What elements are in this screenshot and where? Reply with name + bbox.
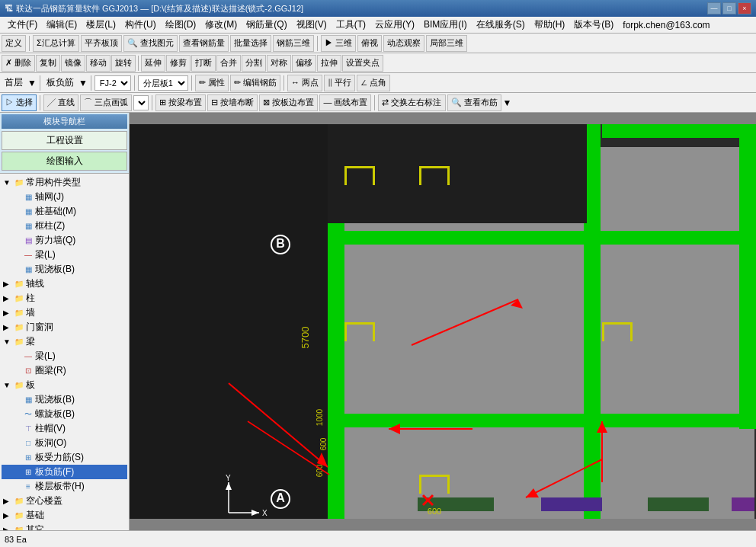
arc-type-select[interactable] bbox=[133, 95, 149, 110]
menu-tools[interactable]: 工具(T) bbox=[332, 17, 370, 33]
coord-display: 83 Ea bbox=[5, 535, 27, 544]
menu-file[interactable]: 文件(F) bbox=[3, 17, 42, 33]
tree-wall-folder[interactable]: ▶ 📁 墙 bbox=[2, 305, 127, 320]
tree-cast-slab2[interactable]: ▦ 现浇板(B) bbox=[2, 392, 127, 407]
tree-spiral-slab[interactable]: 〜 螺旋板(B) bbox=[2, 407, 127, 421]
menu-view[interactable]: 视图(V) bbox=[292, 17, 332, 33]
tree-foundation[interactable]: ▶ 📁 基础 bbox=[2, 508, 127, 523]
tree-cast-slab[interactable]: ▦ 现浇板(B) bbox=[2, 262, 127, 277]
menu-draw[interactable]: 绘图(D) bbox=[161, 17, 201, 33]
tree-ring-beam[interactable]: ⊡ 圈梁(R) bbox=[2, 363, 127, 378]
tree-opening-folder[interactable]: ▶ 📁 门窗洞 bbox=[2, 320, 127, 334]
menu-component[interactable]: 构件(U) bbox=[120, 17, 161, 33]
move-button[interactable]: 移动 bbox=[86, 55, 111, 72]
grip-button[interactable]: 设置夹点 bbox=[342, 55, 383, 72]
layer-select[interactable]: 分层板1 bbox=[138, 75, 188, 91]
point-angle-button[interactable]: ∠ 点角 bbox=[357, 75, 390, 91]
rotate-button[interactable]: 旋转 bbox=[111, 55, 136, 72]
swap-lr-button[interactable]: ⇄ 交换左右标注 bbox=[378, 94, 445, 111]
select-button[interactable]: ▷ 选择 bbox=[2, 94, 37, 111]
draw-line-button[interactable]: — 画线布置 bbox=[319, 94, 371, 111]
local-3d-button[interactable]: 局部三维 bbox=[426, 35, 467, 52]
menu-edit[interactable]: 编辑(E) bbox=[42, 17, 82, 33]
menu-rebar-qty[interactable]: 钢筋量(Q) bbox=[242, 17, 291, 33]
trim-button[interactable]: 修剪 bbox=[166, 55, 191, 72]
split-button[interactable]: 分割 bbox=[242, 55, 266, 72]
tree-shear-wall[interactable]: ▤ 剪力墙(Q) bbox=[2, 233, 127, 248]
canvas-area[interactable]: 5700 600 600 1000 600 B A bbox=[130, 113, 756, 530]
component-tree: ▼ 📁 常用构件类型 ▦ 轴网(J) ▦ 桩基础(M) ▦ 框柱(Z) bbox=[0, 174, 129, 530]
minimize-button[interactable]: — bbox=[707, 2, 721, 14]
menu-version[interactable]: 版本号(B) bbox=[569, 17, 618, 33]
cut-by-beam-button[interactable]: ⊟ 按墙布断 bbox=[207, 94, 258, 111]
calc-summary-button[interactable]: Σ汇总计算 bbox=[33, 35, 79, 52]
svg-rect-15 bbox=[447, 166, 450, 185]
break-button[interactable]: 打断 bbox=[191, 55, 216, 72]
tree-frame-column[interactable]: ▦ 框柱(Z) bbox=[2, 219, 127, 233]
tree-slab-opening[interactable]: □ 板洞(O) bbox=[2, 436, 127, 450]
tree-beam[interactable]: — 梁(L) bbox=[2, 248, 127, 262]
symmetry-button[interactable]: 对称 bbox=[267, 55, 291, 72]
stretch-button[interactable]: 拉伸 bbox=[317, 55, 341, 72]
menu-floor[interactable]: 楼层(L) bbox=[82, 17, 120, 33]
drawing-input-button[interactable]: 绘图输入 bbox=[2, 152, 127, 171]
menu-cloud[interactable]: 云应用(Y) bbox=[370, 17, 419, 33]
merge-button[interactable]: 合并 bbox=[216, 55, 241, 72]
offset-button[interactable]: 偏移 bbox=[292, 55, 316, 72]
menu-online[interactable]: 在线服务(S) bbox=[472, 17, 530, 33]
drawing-canvas[interactable]: 5700 600 600 1000 600 B A bbox=[130, 113, 756, 530]
tree-beam-folder[interactable]: ▼ 📁 梁 bbox=[2, 334, 127, 349]
extend-button[interactable]: 延伸 bbox=[141, 55, 165, 72]
type-select[interactable]: FJ-2 bbox=[94, 75, 131, 91]
toolbar-main: 定义 Σ汇总计算 平齐板顶 🔍 查找图元 查看钢筋量 批量选择 钢筋三维 ▶ 三… bbox=[0, 34, 756, 53]
view-layout-button[interactable]: 🔍 查看布筋 bbox=[447, 94, 501, 111]
parallel-button[interactable]: ∥ 平行 bbox=[324, 75, 355, 91]
tree-pile-foundation[interactable]: ▦ 桩基础(M) bbox=[2, 204, 127, 219]
folder-icon: 📁 bbox=[14, 322, 24, 333]
copy-button[interactable]: 复制 bbox=[36, 55, 60, 72]
property-button[interactable]: ✏ 属性 bbox=[195, 75, 229, 91]
beam-icon: — bbox=[23, 250, 34, 261]
tree-slab-folder[interactable]: ▼ 📁 板 bbox=[2, 378, 127, 392]
delete-button[interactable]: ✗ 删除 bbox=[2, 55, 35, 72]
tree-beam-l[interactable]: — 梁(L) bbox=[2, 349, 127, 363]
tree-other[interactable]: ▶ 📁 其它 bbox=[2, 523, 127, 530]
tree-column-folder[interactable]: ▶ 📁 柱 bbox=[2, 291, 127, 305]
tree-slab-neg-rebar[interactable]: ⊞ 板负筋(F) bbox=[2, 465, 127, 479]
line-button[interactable]: ╱ 直线 bbox=[43, 94, 78, 111]
find-element-button[interactable]: 🔍 查找图元 bbox=[123, 35, 178, 52]
tree-floor-band[interactable]: ≡ 楼层板带(H) bbox=[2, 479, 127, 494]
menu-modify[interactable]: 修改(M) bbox=[200, 17, 242, 33]
edit-rebar-button[interactable]: ✏ 编辑钢筋 bbox=[230, 75, 280, 91]
define-button[interactable]: 定义 bbox=[2, 35, 26, 52]
tree-hollow-slab[interactable]: ▶ 📁 空心楼盖 bbox=[2, 494, 127, 508]
by-edge-button[interactable]: ⊠ 按板边布置 bbox=[259, 94, 318, 111]
two-points-button[interactable]: ↔ 两点 bbox=[287, 75, 322, 91]
3d-view-button[interactable]: ▶ 三维 bbox=[321, 35, 356, 52]
menu-bim[interactable]: BIM应用(I) bbox=[419, 17, 472, 33]
engineering-settings-button[interactable]: 工程设置 bbox=[2, 131, 127, 150]
tree-column-cap[interactable]: ⊤ 柱帽(V) bbox=[2, 421, 127, 436]
by-beam-button[interactable]: ⊞ 按梁布置 bbox=[155, 94, 206, 111]
view-rebar-qty-button[interactable]: 查看钢筋量 bbox=[179, 35, 229, 52]
dynamic-view-button[interactable]: 动态观察 bbox=[383, 35, 424, 52]
tree-common-types[interactable]: ▼ 📁 常用构件类型 bbox=[2, 175, 127, 190]
mirror-button[interactable]: 镜像 bbox=[61, 55, 85, 72]
top-view-button[interactable]: 俯视 bbox=[357, 35, 382, 52]
maximize-button[interactable]: □ bbox=[722, 2, 736, 14]
ring-beam-icon: ⊡ bbox=[23, 366, 34, 376]
menu-user[interactable]: forpk.chen@163.com bbox=[618, 18, 714, 32]
batch-select-button[interactable]: 批量选择 bbox=[230, 35, 271, 52]
svg-text:600: 600 bbox=[428, 507, 441, 516]
flush-slab-button[interactable]: 平齐板顶 bbox=[81, 35, 122, 52]
close-button[interactable]: × bbox=[738, 2, 751, 14]
component-dropdown-icon: ▼ bbox=[78, 78, 88, 88]
svg-rect-13 bbox=[419, 166, 450, 168]
menu-help[interactable]: 帮助(H) bbox=[530, 17, 570, 33]
arc-button[interactable]: ⌒ 三点画弧 bbox=[80, 94, 132, 111]
svg-rect-4 bbox=[328, 231, 754, 245]
rebar-3d-button[interactable]: 钢筋三维 bbox=[273, 35, 314, 52]
tree-axis[interactable]: ▶ 📁 轴线 bbox=[2, 277, 127, 291]
tree-axis-grid[interactable]: ▦ 轴网(J) bbox=[2, 190, 127, 204]
tree-slab-rebar[interactable]: ⊞ 板受力筋(S) bbox=[2, 450, 127, 465]
